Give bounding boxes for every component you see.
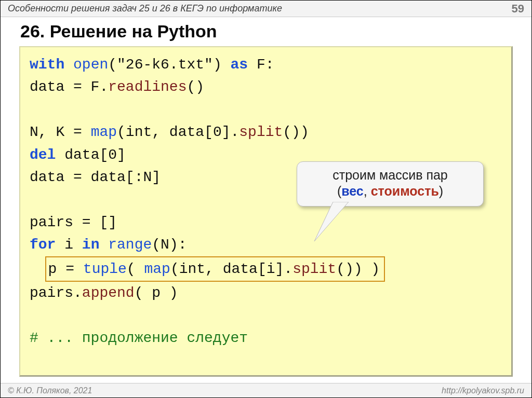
code-line-9: for i in range(N): xyxy=(30,234,502,256)
footer-bar: © К.Ю. Поляков, 2021 http://kpolyakov.sp… xyxy=(1,383,531,397)
string-filename: "26-k6.txt" xyxy=(117,57,213,73)
code-text: (int, data[0]. xyxy=(117,124,239,140)
method-split: split xyxy=(239,124,283,140)
code-blank-line xyxy=(30,99,502,121)
keyword-in: in xyxy=(82,237,100,253)
code-text: (N): xyxy=(152,237,187,253)
code-text: (int, data[i]. xyxy=(170,261,292,277)
page-number: 59 xyxy=(512,2,524,16)
code-blank-line xyxy=(30,304,502,326)
keyword-as: as xyxy=(231,57,248,73)
func-range: range xyxy=(108,237,152,253)
code-comment: # ... продолжение следует xyxy=(30,327,502,349)
code-text: data = F. xyxy=(30,79,108,95)
code-block: with open("26-k6.txt") as F: data = F.re… xyxy=(19,46,513,377)
code-text: ( p ) xyxy=(135,285,178,301)
slide-title: 26. Решение на Python xyxy=(20,21,217,42)
header-title: Особенности решения задач 25 и 26 в КЕГЭ… xyxy=(8,3,282,14)
code-text: p = xyxy=(48,261,83,277)
paren-close: ) xyxy=(439,184,443,198)
code-text: pairs. xyxy=(30,285,82,301)
code-text: data[0] xyxy=(56,147,125,163)
code-line-4: N, K = map(int, data[0].split()) xyxy=(30,121,502,143)
func-tuple: tuple xyxy=(83,261,127,277)
footer-copyright: © К.Ю. Поляков, 2021 xyxy=(8,386,92,395)
slide: Особенности решения задач 25 и 26 в КЕГЭ… xyxy=(0,0,532,398)
func-map: map xyxy=(91,124,117,140)
callout-line-1: строим массив пар xyxy=(304,167,476,183)
code-text: () xyxy=(187,79,204,95)
code-line-11: pairs.append( p ) xyxy=(30,282,502,304)
svg-marker-0 xyxy=(314,202,349,241)
var-F: F: xyxy=(248,57,274,73)
keyword-for: for xyxy=(30,237,56,253)
code-line-2: data = F.readlines() xyxy=(30,76,502,98)
code-line-1: with open("26-k6.txt") as F: xyxy=(30,53,502,76)
keyword-with: with xyxy=(30,57,64,73)
code-text: N, K = xyxy=(30,124,91,140)
method-append: append xyxy=(82,285,135,301)
method-readlines: readlines xyxy=(108,79,187,95)
callout-bubble: строим массив пар (вес, стоимость) xyxy=(297,161,484,207)
code-text: i xyxy=(56,237,82,253)
func-map: map xyxy=(144,261,170,277)
code-text: ()) ) xyxy=(336,261,380,277)
method-split: split xyxy=(292,261,336,277)
paren-open: ( xyxy=(337,184,341,198)
func-open: open xyxy=(73,57,108,73)
code-line-10: p = tuple( map(int, data[i].split()) ) xyxy=(30,256,502,282)
header-bar: Особенности решения задач 25 и 26 в КЕГЭ… xyxy=(1,1,531,17)
callout-line-2: (вес, стоимость) xyxy=(304,183,476,199)
callout-weight: вес xyxy=(341,184,364,198)
code-line-8: pairs = [] xyxy=(30,211,502,234)
highlighted-line: p = tuple( map(int, data[i].split()) ) xyxy=(45,256,385,282)
callout-cost: стоимость xyxy=(371,184,439,198)
keyword-del: del xyxy=(30,147,56,163)
code-text: ()) xyxy=(283,124,309,140)
comma: , xyxy=(364,184,371,198)
footer-url: http://kpolyakov.spb.ru xyxy=(442,386,524,395)
code-text: ( xyxy=(127,261,144,277)
